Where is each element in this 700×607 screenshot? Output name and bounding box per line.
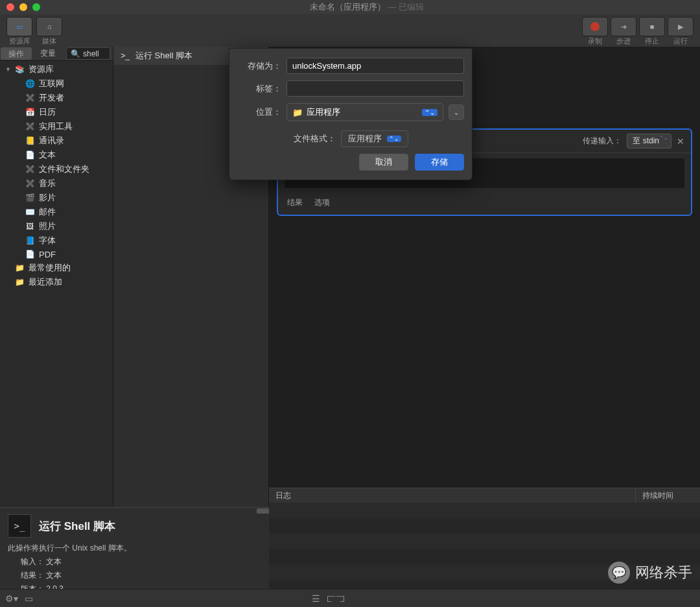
fonts-icon: 📘 [25, 235, 35, 246]
toolbar: ▭ 资源库 ♫ 媒体 录制 ➔步进 ■停止 ▶运行 [0, 14, 700, 47]
text-icon: 📄 [25, 150, 35, 160]
tab-variables[interactable]: 变量 [32, 47, 64, 60]
movies-icon: 🎬 [25, 193, 35, 203]
zoom-window-icon[interactable] [32, 3, 40, 11]
resize-handle[interactable] [257, 508, 270, 514]
chevron-down-icon: ⌄ [454, 109, 459, 116]
chevron-updown-icon: ⌃⌄ [422, 109, 438, 116]
info-result: 结果： 文本 [8, 570, 261, 581]
music-icon: ✖️ [25, 178, 35, 189]
tree-item[interactable]: ✖️音乐 [0, 176, 113, 191]
log-header-log: 日志 [269, 488, 635, 503]
photos-icon: 🖼 [25, 221, 35, 232]
info-description: 此操作将执行一个 Unix shell 脚本。 [8, 543, 261, 554]
tree-item[interactable]: 📄文本 [0, 148, 113, 162]
tree-item[interactable]: 🌐互联网 [0, 77, 113, 91]
window-title: 未命名（应用程序） — 已编辑 [40, 1, 694, 13]
tree-item[interactable]: 📄PDF [0, 248, 113, 261]
terminal-icon: >_ [120, 51, 130, 61]
pdf-icon: 📄 [25, 249, 35, 259]
pass-input-select[interactable]: 至 stdin [627, 134, 671, 149]
gear-icon[interactable]: ⚙︎▾ [5, 593, 18, 604]
sidebar: 操作 变量 🔍 shell ▼📚资源库 🌐互联网 ✖️开发者 📅日历 ✖️实用工… [0, 47, 113, 507]
search-icon: 🔍 [71, 49, 80, 58]
save-as-input[interactable] [286, 58, 464, 74]
close-window-icon[interactable] [6, 3, 14, 11]
info-input: 输入： 文本 [8, 556, 261, 567]
tree-item[interactable]: 📘字体 [0, 233, 113, 248]
media-label: 媒体 [42, 36, 56, 46]
save-button[interactable]: 存储 [415, 154, 464, 171]
search-input[interactable]: 🔍 shell [66, 47, 110, 60]
contacts-icon: 📒 [25, 136, 35, 146]
titlebar: 未命名（应用程序） — 已编辑 [0, 0, 700, 14]
library-icon: 📚 [14, 64, 25, 75]
log-header-duration: 持续时间 [635, 488, 700, 503]
tags-input[interactable] [286, 80, 464, 97]
expand-button[interactable]: ⌄ [449, 104, 464, 120]
library-button[interactable]: ▭ [6, 17, 32, 36]
pass-input-label: 传递输入： [583, 136, 622, 147]
record-icon [590, 22, 600, 31]
record-button[interactable] [582, 17, 608, 36]
tree-item[interactable]: 📅日历 [0, 105, 113, 119]
chevron-updown-icon: ⌃⌄ [387, 136, 401, 142]
tab-actions[interactable]: 操作 [1, 47, 32, 60]
tree-item[interactable]: ✖️实用工具 [0, 119, 113, 134]
statusbar: ⚙︎▾ ▭ ☰ ⫍⫎ [0, 589, 700, 607]
tree-item[interactable]: ✖️文件和文件夹 [0, 162, 113, 176]
save-dialog: 存储为： 标签： 位置： 📁 应用程序 ⌃⌄ ⌄ 文件格式： 应用程序 ⌃⌄ 取… [229, 48, 472, 180]
tree-item[interactable]: ✖️开发者 [0, 91, 113, 105]
tree-item[interactable]: 📒通讯录 [0, 134, 113, 148]
info-panel: >_ 运行 Shell 脚本 此操作将执行一个 Unix shell 脚本。 输… [0, 507, 269, 589]
close-icon[interactable]: ✕ [677, 136, 684, 147]
files-icon: ✖️ [25, 164, 35, 174]
list-view-icon[interactable]: ☰ [312, 593, 320, 604]
run-button[interactable]: ▶ [668, 17, 694, 36]
panel-toggle-icon[interactable]: ▭ [25, 593, 33, 604]
terminal-icon: >_ [8, 514, 31, 538]
media-button[interactable]: ♫ [36, 17, 62, 36]
utility-icon: ✖️ [25, 121, 35, 132]
flow-view-icon[interactable]: ⫍⫎ [327, 593, 345, 604]
minimize-window-icon[interactable] [19, 3, 27, 11]
calendar-icon: 📅 [25, 107, 35, 117]
tree-item[interactable]: 🖼照片 [0, 219, 113, 233]
tags-label: 标签： [237, 83, 281, 95]
folder-icon: 📁 [14, 263, 25, 273]
library-tree: ▼📚资源库 🌐互联网 ✖️开发者 📅日历 ✖️实用工具 📒通讯录 📄文本 ✖️文… [0, 61, 113, 507]
info-title: 运行 Shell 脚本 [39, 519, 115, 534]
file-format-label: 文件格式： [294, 133, 336, 145]
tree-item[interactable]: ✉️邮件 [0, 205, 113, 219]
globe-icon: 🌐 [25, 78, 35, 89]
stop-button[interactable]: ■ [639, 17, 665, 36]
cancel-button[interactable]: 取消 [359, 154, 408, 171]
step-button[interactable]: ➔ [611, 17, 636, 36]
save-as-label: 存储为： [237, 60, 281, 72]
watermark: 💬 网络杀手 [608, 562, 692, 584]
tree-recent[interactable]: 📁最近添加 [0, 275, 113, 289]
dev-icon: ✖️ [25, 93, 35, 103]
folder-icon: 📁 [14, 277, 25, 287]
tree-item[interactable]: 🎬影片 [0, 191, 113, 205]
results-tab[interactable]: 结果 [287, 197, 303, 208]
applications-folder-icon: 📁 [292, 108, 303, 117]
location-select[interactable]: 📁 应用程序 ⌃⌄ [286, 103, 443, 121]
options-tab[interactable]: 选项 [314, 197, 330, 208]
location-label: 位置： [237, 106, 281, 118]
file-format-select[interactable]: 应用程序 ⌃⌄ [341, 130, 408, 147]
mail-icon: ✉️ [25, 207, 35, 217]
tree-most-used[interactable]: 📁最常使用的 [0, 261, 113, 275]
tree-root[interactable]: ▼📚资源库 [0, 62, 113, 77]
wechat-icon: 💬 [608, 562, 630, 584]
library-label: 资源库 [9, 36, 30, 46]
